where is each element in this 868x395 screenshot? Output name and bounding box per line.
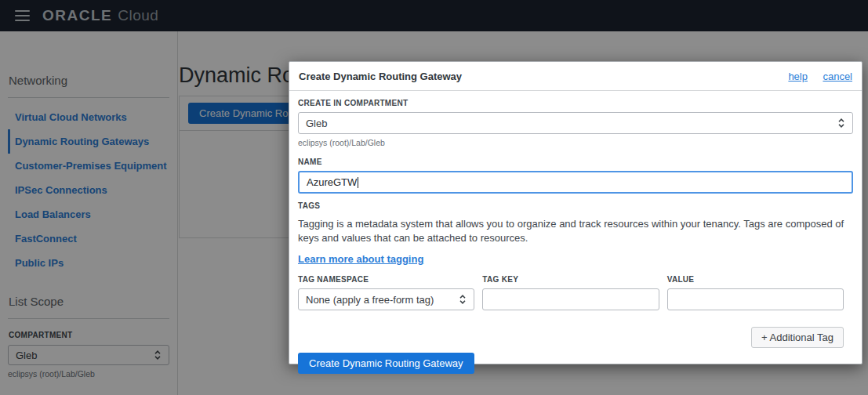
tag-value-label: VALUE [667, 276, 844, 284]
oracle-cloud-console: ORACLE Cloud Networking Virtual Cloud Ne… [0, 0, 868, 395]
create-in-compartment-select[interactable]: Gleb [298, 112, 853, 134]
cancel-link[interactable]: cancel [823, 71, 852, 82]
create-drg-dialog: Create Dynamic Routing Gateway help canc… [289, 61, 863, 364]
tag-value-field: VALUE [667, 276, 844, 310]
create-in-compartment-label: CREATE IN COMPARTMENT [298, 100, 853, 107]
tag-input-row: TAG NAMESPACE None (apply a free-form ta… [298, 276, 844, 310]
tags-section: TAGS Tagging is a metadata system that a… [298, 202, 853, 348]
create-in-compartment-value: Gleb [306, 118, 327, 129]
compartment-section: CREATE IN COMPARTMENT Gleb eclipsys (roo… [298, 100, 853, 147]
name-section: NAME AzureGTW [298, 158, 853, 194]
chevron-up-down-icon [459, 293, 467, 306]
tags-label: TAGS [298, 202, 853, 210]
tag-namespace-select[interactable]: None (apply a free-form tag) [298, 288, 474, 310]
tag-key-label: TAG KEY [482, 276, 659, 284]
additional-tag-button[interactable]: + Additional Tag [751, 327, 844, 348]
create-in-compartment-hint: eclipsys (root)/Lab/Gleb [298, 138, 853, 147]
dialog-body: CREATE IN COMPARTMENT Gleb eclipsys (roo… [289, 91, 862, 374]
dialog-actions: Create Dynamic Routing Gateway [298, 353, 853, 374]
tag-key-field: TAG KEY [482, 276, 659, 310]
dialog-title: Create Dynamic Routing Gateway [299, 71, 462, 82]
tag-namespace-value: None (apply a free-form tag) [306, 294, 434, 306]
dialog-header-links: help cancel [776, 69, 852, 83]
additional-tag-row: + Additional Tag [298, 327, 844, 348]
tag-key-input[interactable] [482, 288, 659, 310]
tag-namespace-field: TAG NAMESPACE None (apply a free-form ta… [298, 276, 474, 310]
name-input[interactable]: AzureGTW [298, 171, 853, 194]
help-link[interactable]: help [788, 71, 808, 82]
name-label: NAME [298, 158, 853, 166]
tag-value-input[interactable] [667, 288, 844, 310]
dialog-header: Create Dynamic Routing Gateway help canc… [289, 62, 862, 91]
create-drg-submit-button[interactable]: Create Dynamic Routing Gateway [298, 353, 474, 374]
tag-namespace-label: TAG NAMESPACE [298, 276, 474, 284]
chevron-up-down-icon [837, 117, 845, 129]
tags-description: Tagging is a metadata system that allows… [298, 217, 853, 245]
name-input-value: AzureGTW [307, 176, 357, 188]
text-cursor [358, 177, 358, 188]
learn-more-tagging-link[interactable]: Learn more about tagging [298, 253, 423, 265]
